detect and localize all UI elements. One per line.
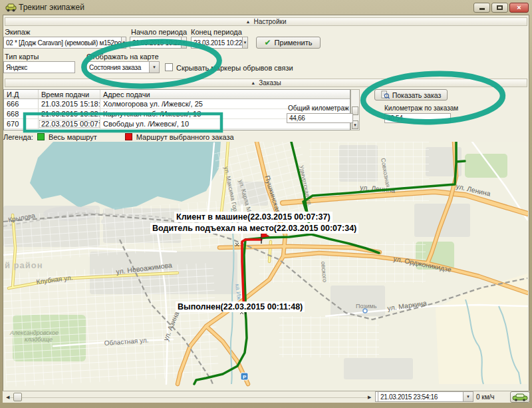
close-icon: × <box>517 3 521 11</box>
district-label: й район <box>5 260 43 270</box>
period-end-value: 23.03.2015 10:22 <box>192 39 242 47</box>
maximize-icon <box>497 5 503 10</box>
total-km-value: 44,66 <box>287 114 352 122</box>
total-km-label: Общий километраж <box>288 104 349 112</box>
svg-text:P: P <box>243 374 247 380</box>
check-icon: ✔ <box>265 38 271 47</box>
minimize-icon <box>479 8 485 10</box>
annotation-completed: Выполнен(22.03.2015 00:11:48) <box>176 302 305 312</box>
total-km-field[interactable]: 44,66 <box>287 113 353 123</box>
playback-time-value: 21.03.2015 23:54:16 <box>378 393 463 401</box>
orders-km-label: Километраж по заказам <box>384 104 458 112</box>
orders-header-label: Заказы <box>259 79 281 87</box>
cell-time: 22.03.2015 00:07:34 <box>39 119 100 128</box>
orders-scrollbar[interactable]: ▼ <box>350 89 360 130</box>
crew-value: 02 * [Додж Caravan] (кремовый) м152ро <box>4 39 121 47</box>
car-icon <box>512 393 528 401</box>
display-on-map-label: Отображать на карте <box>86 53 159 61</box>
speed-value: 0 км/ч <box>476 393 495 401</box>
orders-table-header: И.Д Время подачи Адрес подачи <box>4 90 350 99</box>
col-id: И.Д <box>4 90 39 99</box>
crew-label: Экипаж <box>5 28 30 36</box>
settings-header-label: Настройки <box>253 18 286 25</box>
place-label: Александровское <box>9 329 59 336</box>
tracking-window: Трекинг экипажей × ▲ Настройки Экипаж 02… <box>0 0 532 408</box>
col-time: Время подачи <box>39 90 100 99</box>
period-start-label: Начало периода <box>131 28 187 36</box>
apply-button[interactable]: ✔ Применить <box>256 37 321 49</box>
step-forward-icon[interactable]: ▶ <box>368 395 371 400</box>
map-type-value: Яндекс <box>4 64 74 71</box>
close-button[interactable]: × <box>509 3 529 13</box>
station-label: Позимь <box>356 303 377 309</box>
legend: Легенда: Весь маршрут Маршрут выбранного… <box>3 132 526 141</box>
route-selected-label: Маршрут выбранного заказа <box>136 133 234 141</box>
step-back-icon[interactable]: ◀ <box>6 395 9 400</box>
route-selected-swatch <box>125 133 132 140</box>
collapse-icon: ▲ <box>251 81 255 85</box>
collapse-icon: ▲ <box>246 19 251 24</box>
orders-km-value: 40,54 <box>385 114 450 122</box>
display-on-map-select[interactable]: Состояния заказа ▼ <box>86 61 160 73</box>
crew-select[interactable]: 02 * [Додж Caravan] (кремовый) м152ро ▼ <box>3 37 126 49</box>
hide-markers-label: Скрывать маркеры обрывов связи <box>176 64 293 72</box>
magnifier-icon <box>381 91 390 99</box>
playback-time-field[interactable]: 21.03.2015 23:54:16 ▼ <box>378 391 473 402</box>
chevron-down-icon[interactable]: ▼ <box>121 37 126 48</box>
maximize-button[interactable] <box>491 3 508 13</box>
map-graphics: Крылова й район Клубная ул. ул. Новоажим… <box>3 142 528 391</box>
cell-time: 21.03.2015 15:18:13 <box>39 99 100 108</box>
chevron-down-icon[interactable]: ▼ <box>149 62 159 73</box>
map-type-select[interactable]: Яндекс <box>3 61 75 73</box>
apply-label: Применить <box>275 39 313 47</box>
map-type-label: Тип карты <box>5 53 39 61</box>
chevron-down-icon[interactable]: ▼ <box>181 37 186 48</box>
chevron-down-icon[interactable]: ▼ <box>242 37 247 48</box>
show-order-button[interactable]: Показать заказ <box>374 89 448 101</box>
parking-icon: P <box>241 373 248 380</box>
annotation-client-in-car: Клиент в машине(22.03.2015 00:07:37) <box>174 212 332 222</box>
app-icon-car <box>5 3 17 12</box>
cell-id: 668 <box>4 109 39 118</box>
map-canvas[interactable]: Крылова й район Клубная ул. ул. Новоажим… <box>3 142 528 391</box>
display-on-map-value: Состояния заказа <box>87 64 149 71</box>
vehicle-button[interactable] <box>510 391 530 403</box>
orders-km-field[interactable]: 40,54 <box>384 113 451 123</box>
station-icon <box>363 309 367 313</box>
period-start-value: 21.03.2015 10:22 <box>130 39 181 47</box>
hide-markers-checkbox[interactable] <box>165 63 173 71</box>
legend-label: Легенда: <box>3 133 33 141</box>
show-order-label: Показать заказ <box>392 91 442 99</box>
cell-time: 21.03.2015 18:22:42 <box>39 109 100 118</box>
timeline-thumb[interactable] <box>13 393 22 401</box>
chevron-down-icon[interactable]: ▼ <box>463 392 473 401</box>
titlebar[interactable]: Трекинг экипажей × <box>0 0 532 15</box>
col-addr: Адрес подачи <box>100 90 350 99</box>
route-all-swatch <box>37 133 45 140</box>
orders-panel-header[interactable]: ▲ Заказы <box>5 79 527 87</box>
cell-id: 666 <box>4 99 39 108</box>
period-start-select[interactable]: 21.03.2015 10:22 ▼ <box>130 37 187 49</box>
place-label: кладбище <box>25 336 53 343</box>
cell-id: 670 <box>4 119 39 128</box>
period-end-label: Конец периода <box>191 28 242 36</box>
annotation-driver-arrived: Водитель подъехал на место(22.03.2015 00… <box>150 223 358 234</box>
chevron-down-icon: ▼ <box>353 123 357 127</box>
settings-panel-header[interactable]: ▲ Настройки <box>5 17 527 26</box>
timeline-track[interactable] <box>9 397 368 398</box>
minimize-button[interactable] <box>473 3 490 13</box>
route-all-label: Весь маршрут <box>49 133 97 141</box>
window-title: Трекинг экипажей <box>19 3 84 12</box>
period-end-select[interactable]: 23.03.2015 10:22 ▼ <box>191 37 248 49</box>
